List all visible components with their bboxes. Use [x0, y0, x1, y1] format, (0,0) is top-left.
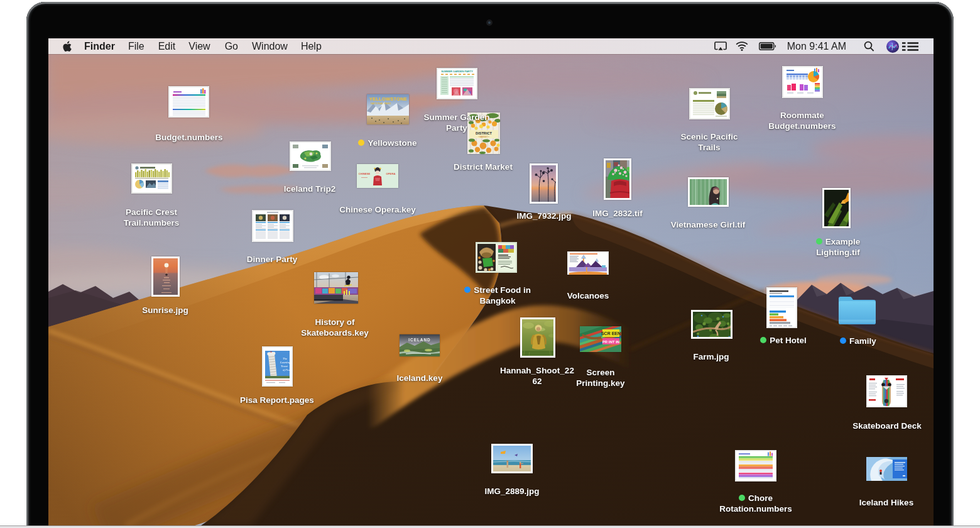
- svg-text:OPERA: OPERA: [386, 172, 396, 175]
- svg-text:CHINESE: CHINESE: [359, 172, 371, 175]
- svg-text:of Pisa: of Pisa: [283, 368, 290, 371]
- svg-text:Leaning: Leaning: [280, 361, 291, 364]
- svg-text:ICELAND: ICELAND: [408, 338, 430, 342]
- svg-text:Tower: Tower: [281, 365, 288, 368]
- svg-text:PR INT IN: PR INT IN: [602, 340, 619, 344]
- svg-text:SUMMER GARDEN PARTY: SUMMER GARDEN PARTY: [441, 70, 473, 73]
- svg-text:NATIONAL PARK: NATIONAL PARK: [371, 102, 391, 105]
- svg-text:The: The: [283, 357, 287, 360]
- svg-text:SCR EEN: SCR EEN: [601, 331, 621, 336]
- svg-text:• MARKET •: • MARKET •: [478, 136, 489, 138]
